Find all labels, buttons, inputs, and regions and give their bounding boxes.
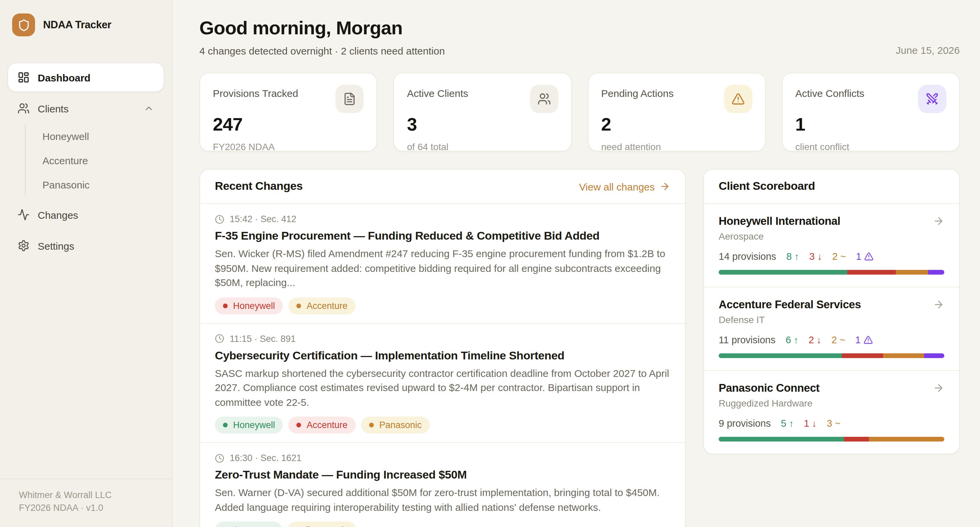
down-count: 2	[808, 335, 814, 345]
provision-bar	[719, 437, 944, 441]
stat-label: Pending Actions	[601, 85, 673, 99]
clock-icon	[215, 453, 224, 463]
tag-dot	[297, 303, 301, 308]
sidebar-item-label: Dashboard	[38, 72, 91, 83]
arrow-up-icon: ↑	[794, 251, 799, 262]
tag-label: Accenture	[307, 420, 348, 430]
change-time: 16:30 · Sec. 1621	[230, 453, 301, 463]
arrow-right-icon	[659, 181, 670, 192]
bar-segment-flat	[869, 437, 944, 441]
tilde-icon: ~	[835, 418, 840, 429]
alert-triangle-icon	[864, 252, 873, 261]
stat-sub: FY2026 NDAA	[213, 141, 364, 152]
tag-dot	[223, 423, 228, 427]
users-icon	[18, 102, 30, 114]
tag-label: Accenture	[233, 525, 274, 527]
scoreboard-row-accenture[interactable]: Accenture Federal Services Defense IT 11…	[704, 287, 959, 370]
client-sector: Aerospace	[719, 231, 944, 241]
scoreboard-row-honeywell[interactable]: Honeywell International Aerospace 14 pro…	[704, 204, 959, 287]
bar-segment-conflict	[924, 353, 944, 358]
flat-count: 2	[832, 251, 838, 262]
change-item[interactable]: 11:15 · Sec. 891 Cybersecurity Certifica…	[200, 324, 685, 442]
client-tag[interactable]: Panasonic	[361, 417, 430, 433]
tag-label: Honeywell	[233, 300, 275, 311]
sidebar-item-honeywell[interactable]: Honeywell	[43, 124, 164, 148]
panels-row: Recent Changes View all changes 15:42 · …	[199, 169, 960, 527]
arrow-right-icon[interactable]	[933, 382, 944, 394]
activity-icon	[18, 209, 30, 221]
flat-count: 2	[832, 335, 837, 345]
stat-sub: of 64 total	[407, 141, 558, 152]
stat-card-active-conflicts: Active Conflicts 1 client conflict	[782, 73, 960, 151]
swords-icon	[918, 85, 946, 113]
change-body: Sen. Warner (D-VA) secured additional $5…	[215, 485, 670, 514]
provision-count: 14 provisions	[719, 251, 776, 262]
down-count: 3	[809, 251, 815, 262]
clock-icon	[215, 214, 224, 224]
app-logo-row: NDAA Tracker	[8, 11, 164, 39]
client-tag[interactable]: Accenture	[289, 297, 356, 314]
bar-segment-up	[719, 270, 848, 275]
page-title: Good morning, Morgan	[199, 17, 445, 39]
stat-value: 247	[213, 114, 364, 135]
users-icon	[530, 85, 558, 113]
change-title: Zero-Trust Mandate — Funding Increased $…	[215, 468, 670, 482]
tag-dot	[297, 423, 301, 427]
client-stats: 11 provisions 6↑ 2↓ 2~ 1	[719, 335, 944, 345]
footer-company: Whitmer & Worrall LLC	[19, 489, 153, 502]
sidebar-item-accenture[interactable]: Accenture	[43, 148, 164, 172]
arrow-down-icon: ↓	[812, 418, 817, 429]
stat-sub: client conflict	[795, 141, 947, 152]
provision-bar	[719, 353, 944, 358]
page-subtitle: 4 changes detected overnight · 2 clients…	[199, 45, 445, 57]
arrow-right-icon[interactable]	[933, 215, 944, 227]
file-text-icon	[336, 85, 364, 113]
main-content: Good morning, Morgan 4 changes detected …	[172, 0, 980, 527]
stat-label: Active Clients	[407, 85, 468, 99]
stat-card-provisions: Provisions Tracked 247 FY2026 NDAA	[199, 73, 377, 151]
sidebar-item-label: Settings	[38, 240, 74, 251]
change-item[interactable]: 16:30 · Sec. 1621 Zero-Trust Mandate — F…	[200, 443, 685, 527]
arrow-down-icon: ↓	[817, 335, 821, 345]
client-tag[interactable]: Accenture	[289, 417, 356, 433]
sidebar-item-label: Clients	[38, 103, 69, 114]
tag-label: Honeywell	[233, 420, 275, 430]
chevron-up-icon[interactable]	[143, 103, 154, 114]
change-body: Sen. Wicker (R-MS) filed Amendment #247 …	[215, 246, 670, 290]
client-tag[interactable]: Accenture	[215, 522, 282, 527]
provision-bar	[719, 270, 944, 275]
tilde-icon: ~	[840, 251, 846, 262]
client-name: Accenture Federal Services	[719, 298, 861, 311]
client-tag[interactable]: Honeywell	[215, 297, 283, 314]
sidebar-item-clients[interactable]: Clients	[8, 94, 164, 122]
view-all-changes-link[interactable]: View all changes	[579, 181, 670, 192]
tag-label: Panasonic	[306, 525, 348, 527]
conflict-count: 1	[856, 251, 861, 262]
client-tag[interactable]: Honeywell	[215, 417, 283, 433]
app-window: NDAA Tracker Dashboard Clients Honeywell	[0, 0, 980, 527]
recent-changes-panel: Recent Changes View all changes 15:42 · …	[199, 169, 686, 527]
view-all-label: View all changes	[579, 181, 655, 192]
sidebar-item-dashboard[interactable]: Dashboard	[8, 63, 164, 92]
arrow-right-icon[interactable]	[933, 299, 944, 310]
client-scoreboard-panel: Client Scoreboard Honeywell Internationa…	[703, 169, 960, 454]
tilde-icon: ~	[840, 335, 845, 345]
sidebar-item-changes[interactable]: Changes	[8, 200, 164, 229]
scoreboard-title: Client Scoreboard	[719, 180, 815, 193]
scoreboard-row-panasonic[interactable]: Panasonic Connect Ruggedized Hardware 9 …	[704, 371, 959, 454]
client-stats: 14 provisions 8↑ 3↓ 2~ 1	[719, 251, 944, 262]
bar-segment-down	[848, 270, 896, 275]
sidebar-footer: Whitmer & Worrall LLC FY2026 NDAA · v1.0	[0, 479, 172, 527]
sidebar-item-panasonic[interactable]: Panasonic	[43, 172, 164, 197]
stat-card-active-clients: Active Clients 3 of 64 total	[394, 73, 572, 151]
page-header: Good morning, Morgan 4 changes detected …	[199, 17, 960, 57]
sidebar-item-settings[interactable]: Settings	[8, 232, 164, 260]
arrow-up-icon: ↑	[789, 418, 794, 429]
client-name: Panasonic Connect	[719, 382, 819, 394]
client-tag[interactable]: Panasonic	[288, 522, 356, 527]
stat-value: 1	[795, 114, 947, 135]
provision-count: 9 provisions	[719, 418, 771, 429]
change-item[interactable]: 15:42 · Sec. 412 F-35 Engine Procurement…	[200, 204, 685, 323]
current-date: June 15, 2026	[896, 44, 960, 57]
change-time: 11:15 · Sec. 891	[230, 333, 296, 344]
